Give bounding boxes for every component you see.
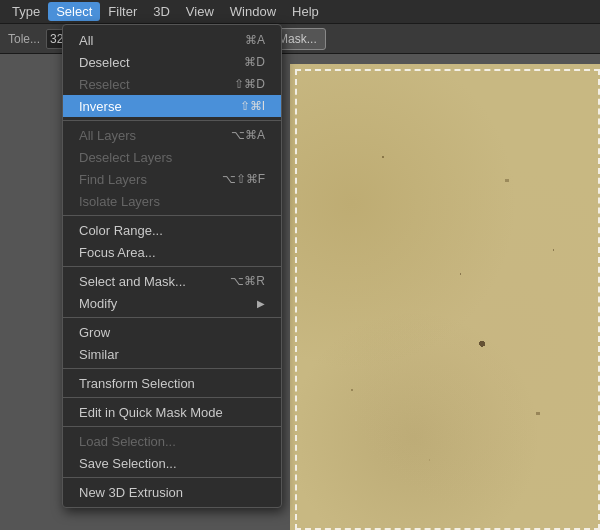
select-dropdown-menu: All ⌘A Deselect ⌘D Reselect ⇧⌘D Inverse …	[62, 24, 282, 508]
menu-item-new-3d-extrusion-label: New 3D Extrusion	[79, 485, 183, 500]
menu-item-select-mask-shortcut: ⌥⌘R	[230, 274, 265, 288]
menu-item-inverse-label: Inverse	[79, 99, 122, 114]
menubar: Type Select Filter 3D View Window Help	[0, 0, 600, 24]
separator-8	[63, 477, 281, 478]
menu-item-inverse-shortcut: ⇧⌘I	[240, 99, 265, 113]
menu-item-modify[interactable]: Modify ▶	[63, 292, 281, 314]
menu-item-similar[interactable]: Similar	[63, 343, 281, 365]
menu-item-find-layers-label: Find Layers	[79, 172, 147, 187]
menu-item-similar-label: Similar	[79, 347, 119, 362]
menu-item-select-mask[interactable]: Select and Mask... ⌥⌘R	[63, 270, 281, 292]
menu-item-color-range[interactable]: Color Range...	[63, 219, 281, 241]
menu-item-find-layers: Find Layers ⌥⇧⌘F	[63, 168, 281, 190]
menu-item-grow[interactable]: Grow	[63, 321, 281, 343]
menu-item-all-shortcut: ⌘A	[245, 33, 265, 47]
separator-2	[63, 215, 281, 216]
menu-item-edit-quick-mask-label: Edit in Quick Mask Mode	[79, 405, 223, 420]
menu-item-edit-quick-mask[interactable]: Edit in Quick Mask Mode	[63, 401, 281, 423]
menu-item-select-mask-label: Select and Mask...	[79, 274, 186, 289]
menu-item-deselect-label: Deselect	[79, 55, 130, 70]
menu-item-all-layers: All Layers ⌥⌘A	[63, 124, 281, 146]
separator-3	[63, 266, 281, 267]
separator-6	[63, 397, 281, 398]
menu-item-load-selection-label: Load Selection...	[79, 434, 176, 449]
menu-select[interactable]: Select	[48, 2, 100, 21]
menu-item-focus-area[interactable]: Focus Area...	[63, 241, 281, 263]
menu-item-save-selection[interactable]: Save Selection...	[63, 452, 281, 474]
menu-item-load-selection: Load Selection...	[63, 430, 281, 452]
menu-item-isolate-layers: Isolate Layers	[63, 190, 281, 212]
menu-item-focus-area-label: Focus Area...	[79, 245, 156, 260]
menu-item-all[interactable]: All ⌘A	[63, 29, 281, 51]
separator-4	[63, 317, 281, 318]
menu-item-all-label: All	[79, 33, 93, 48]
menu-item-deselect[interactable]: Deselect ⌘D	[63, 51, 281, 73]
menu-item-inverse[interactable]: Inverse ⇧⌘I	[63, 95, 281, 117]
menu-item-reselect: Reselect ⇧⌘D	[63, 73, 281, 95]
menu-item-find-layers-shortcut: ⌥⇧⌘F	[222, 172, 265, 186]
selection-border	[295, 69, 600, 530]
separator-7	[63, 426, 281, 427]
menu-type[interactable]: Type	[4, 2, 48, 21]
menu-item-modify-label: Modify	[79, 296, 117, 311]
menu-item-transform-selection[interactable]: Transform Selection	[63, 372, 281, 394]
chevron-right-icon: ▶	[257, 298, 265, 309]
menu-filter[interactable]: Filter	[100, 2, 145, 21]
separator-1	[63, 120, 281, 121]
menu-item-reselect-label: Reselect	[79, 77, 130, 92]
separator-5	[63, 368, 281, 369]
menu-item-all-layers-shortcut: ⌥⌘A	[231, 128, 265, 142]
menu-3d[interactable]: 3D	[145, 2, 178, 21]
menu-item-deselect-shortcut: ⌘D	[244, 55, 265, 69]
menu-item-reselect-shortcut: ⇧⌘D	[234, 77, 265, 91]
menu-item-color-range-label: Color Range...	[79, 223, 163, 238]
canvas-image	[290, 64, 600, 530]
tolerance-label: Tole...	[8, 32, 40, 46]
menu-view[interactable]: View	[178, 2, 222, 21]
menu-item-all-layers-label: All Layers	[79, 128, 136, 143]
menu-item-transform-selection-label: Transform Selection	[79, 376, 195, 391]
menu-help[interactable]: Help	[284, 2, 327, 21]
menu-item-isolate-layers-label: Isolate Layers	[79, 194, 160, 209]
menu-window[interactable]: Window	[222, 2, 284, 21]
menu-item-deselect-layers: Deselect Layers	[63, 146, 281, 168]
menu-item-new-3d-extrusion[interactable]: New 3D Extrusion	[63, 481, 281, 503]
menu-item-grow-label: Grow	[79, 325, 110, 340]
menu-item-save-selection-label: Save Selection...	[79, 456, 177, 471]
menu-item-deselect-layers-label: Deselect Layers	[79, 150, 172, 165]
